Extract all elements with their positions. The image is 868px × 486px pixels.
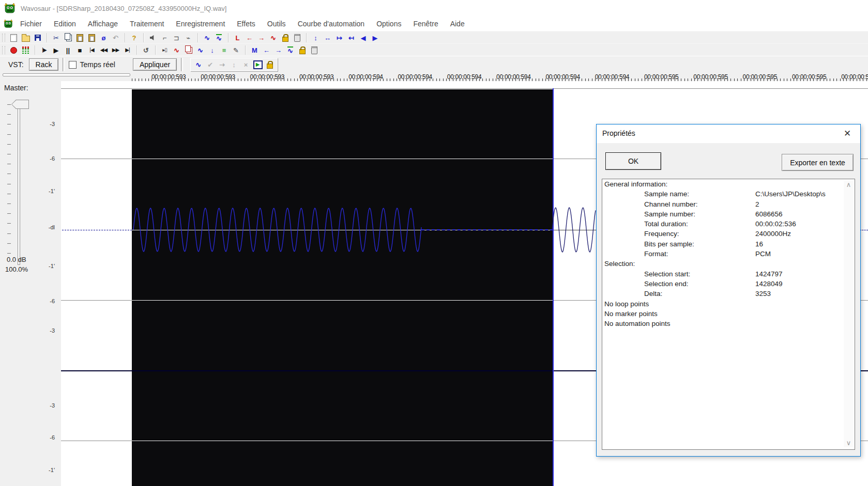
ok-button[interactable]: OK (605, 152, 661, 170)
menu-edition[interactable]: Edition (54, 20, 76, 28)
playlist-button[interactable]: ≡ (218, 45, 230, 55)
zoom-out-button[interactable]: ↤ (345, 33, 357, 43)
pause-button[interactable]: || (62, 45, 74, 55)
menu-affichage[interactable]: Affichage (88, 20, 118, 28)
go-to-start-button[interactable]: |◀ (86, 45, 98, 55)
menu-enregistrement[interactable]: Enregistrement (176, 20, 225, 28)
marker-wave-button[interactable]: ∿ (284, 45, 296, 55)
paste-button[interactable] (74, 33, 86, 43)
position-slider-track[interactable] (3, 73, 130, 76)
close-icon[interactable]: ✕ (842, 128, 853, 139)
statistics-button[interactable]: ∿ (171, 45, 182, 55)
new-file-button[interactable] (8, 33, 20, 43)
interpolate-points-icon: ⇢ (219, 61, 225, 68)
level-meter-button[interactable] (20, 45, 32, 55)
play-button[interactable]: ▶ (50, 45, 62, 55)
selection-edge-cursor[interactable] (553, 88, 554, 486)
fast-forward-icon: ▶▶ (112, 48, 119, 53)
menu-fen-tre[interactable]: Fenêtre (413, 20, 438, 28)
scroll-down-icon[interactable]: ∨ (844, 438, 854, 447)
open-file-button[interactable] (20, 33, 32, 43)
scroll-left-button[interactable]: ◀ (357, 33, 369, 43)
lock-markers-button[interactable] (296, 45, 308, 55)
scroll-up-icon[interactable]: ∧ (844, 180, 854, 189)
copy-button[interactable] (62, 33, 74, 43)
draw-tool-icon: ✎ (233, 47, 239, 54)
realtime-label: Temps réel (80, 60, 115, 69)
export-text-button[interactable]: Exporter en texte (782, 154, 854, 171)
play-from-cursor-button[interactable]: |▶ (38, 45, 50, 55)
audio-routing-out-button[interactable]: ⊐ (171, 33, 182, 43)
lock-automation-button[interactable] (264, 59, 276, 70)
save-file-button[interactable] (32, 33, 43, 43)
loop-playback-button[interactable]: ↺ (140, 45, 152, 55)
zoom-vertical-button[interactable]: ↕ (310, 33, 322, 43)
scroll-right-button[interactable]: ▶ (369, 33, 381, 43)
menu-outils[interactable]: Outils (267, 20, 286, 28)
prev-marker-button[interactable]: ← (261, 45, 272, 55)
rack-button[interactable]: Rack (29, 58, 59, 71)
next-loop-point-button[interactable]: → (255, 33, 267, 43)
properties-row: No marker points (602, 309, 855, 319)
property-label: Sample name: (644, 190, 689, 198)
delete-loop-points-button[interactable] (291, 33, 303, 43)
delete-points-button[interactable]: × (240, 59, 252, 70)
stop-button[interactable]: ■ (74, 45, 86, 55)
lock-loop-points-button[interactable] (279, 33, 291, 43)
crossed-circle-button[interactable]: ø (98, 33, 110, 43)
cut-button[interactable]: ✂ (50, 33, 62, 43)
menu-fichier[interactable]: Fichier (20, 20, 42, 28)
selection-region[interactable] (132, 89, 553, 486)
toolbar-separator (125, 33, 125, 42)
interpolate-points-button[interactable]: ⇢ (216, 59, 228, 70)
prev-loop-point-button[interactable]: ← (243, 33, 255, 43)
timeline-label: 00:00:00:593 (201, 73, 235, 81)
delete-markers-button[interactable] (308, 45, 320, 55)
loop-wave-button[interactable]: ∿ (267, 33, 279, 43)
play-automation-button[interactable]: ▶ (252, 59, 264, 70)
realtime-checkbox[interactable] (69, 61, 77, 69)
scrollbar[interactable]: ∧ ∨ (844, 180, 854, 447)
settings-wrench-button[interactable]: ⌁ (182, 33, 194, 43)
menu-effets[interactable]: Effets (237, 20, 255, 28)
automation-curve-button[interactable]: ∿ (192, 59, 204, 70)
fast-forward-button[interactable]: ▶▶ (110, 45, 121, 55)
apply-button[interactable]: Appliquer (133, 58, 177, 71)
waveform-snap-icon: ∿ (216, 34, 222, 42)
waveform-snap-button[interactable]: ∿ (213, 33, 225, 43)
undo-button[interactable]: ↶ (110, 33, 121, 43)
menu-traitement[interactable]: Traitement (130, 20, 164, 28)
audio-routing-in-button[interactable]: ⌐ (159, 33, 171, 43)
zoom-selection-button[interactable]: ↔ (322, 33, 333, 43)
loop-marker-button[interactable]: L (232, 33, 243, 43)
menu-courbe-d-automation[interactable]: Courbe d'automation (298, 20, 365, 28)
property-label: Sample number: (644, 210, 695, 218)
properties-row: Selection: (602, 259, 855, 269)
normalize-button[interactable]: ↓ (206, 45, 218, 55)
paste-new-button[interactable] (86, 33, 98, 43)
batch-copy-button[interactable] (182, 45, 194, 55)
apply-automation-button[interactable]: ✔ (204, 59, 216, 70)
properties-row: No automation points (602, 319, 855, 328)
lock-loop-points-icon (282, 37, 288, 42)
menu-aide[interactable]: Aide (450, 20, 465, 28)
scale-points-button[interactable]: ↕ (228, 59, 240, 70)
zoom-out-icon: ↤ (348, 35, 354, 41)
timeline-label: 00:00:00:594 (496, 73, 530, 81)
next-marker-button[interactable]: → (272, 45, 284, 55)
menu-options[interactable]: Options (376, 20, 401, 28)
master-slider-handle[interactable] (11, 100, 29, 109)
rewind-button[interactable]: ◀◀ (98, 45, 110, 55)
record-button[interactable] (8, 45, 20, 55)
help-button[interactable]: ? (128, 33, 140, 43)
resample-button[interactable]: ∿ (194, 45, 206, 55)
master-slider-track[interactable] (18, 103, 20, 265)
waveform-select-button[interactable]: ∿ (201, 33, 213, 43)
marker-button[interactable]: M (249, 45, 261, 55)
zoom-in-button[interactable]: ↦ (333, 33, 345, 43)
statistics-icon: ∿ (174, 47, 179, 54)
draw-tool-button[interactable]: ✎ (230, 45, 242, 55)
go-to-end-button[interactable]: ▶| (121, 45, 133, 55)
audio-device-button[interactable] (147, 33, 159, 43)
insert-file-button[interactable]: ▸▯ (159, 45, 171, 55)
